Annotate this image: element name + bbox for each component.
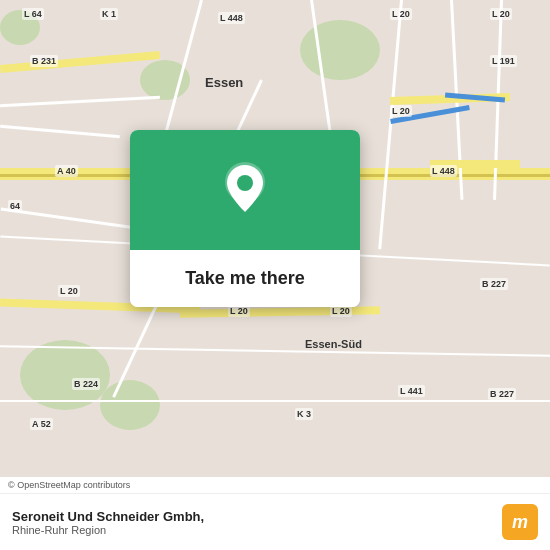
park-area-4 — [300, 20, 380, 80]
label-k3: K 3 — [295, 408, 313, 420]
park-area-2 — [100, 380, 160, 430]
label-a52: A 52 — [30, 418, 53, 430]
svg-point-1 — [237, 175, 253, 191]
label-l441: L 441 — [398, 385, 425, 397]
card-overlay: Take me there — [130, 130, 360, 307]
location-pin-icon — [220, 160, 270, 220]
label-l20-lower: L 20 — [58, 285, 80, 297]
label-b231: B 231 — [30, 55, 58, 67]
moovit-logo: m — [502, 504, 538, 540]
city-essen-sud: Essen-Süd — [305, 338, 362, 350]
map-container: L 64 K 1 B 231 L 448 L 20 L 20 L 191 L 2… — [0, 0, 550, 550]
bottom-bar: © OpenStreetMap contributors Seroneit Un… — [0, 477, 550, 550]
place-name: Seroneit Und Schneider Gmbh, — [12, 509, 204, 524]
label-l191: L 191 — [490, 55, 517, 67]
card-top — [130, 130, 360, 250]
label-l20-2: L 20 — [490, 8, 512, 20]
label-b227-2: B 227 — [488, 388, 516, 400]
road-white-h6 — [0, 400, 550, 402]
label-l448-top: L 448 — [218, 12, 245, 24]
place-region: Rhine-Ruhr Region — [12, 524, 204, 536]
label-b227-1: B 227 — [480, 278, 508, 290]
place-info: Seroneit Und Schneider Gmbh, Rhine-Ruhr … — [0, 494, 550, 550]
label-l20-mid: L 20 — [390, 105, 412, 117]
label-l448-mid: L 448 — [430, 165, 457, 177]
label-64: 64 — [8, 200, 22, 212]
city-essen: Essen — [205, 75, 243, 90]
label-k1: K 1 — [100, 8, 118, 20]
take-me-there-button[interactable]: Take me there — [130, 250, 360, 307]
label-l20-top: L 20 — [390, 8, 412, 20]
attribution-text: © OpenStreetMap contributors — [0, 477, 550, 494]
label-a40-1: A 40 — [55, 165, 78, 177]
button-label: Take me there — [185, 268, 305, 289]
label-l64-1: L 64 — [22, 8, 44, 20]
place-details: Seroneit Und Schneider Gmbh, Rhine-Ruhr … — [12, 509, 204, 536]
moovit-icon: m — [502, 504, 538, 540]
label-b224: B 224 — [72, 378, 100, 390]
